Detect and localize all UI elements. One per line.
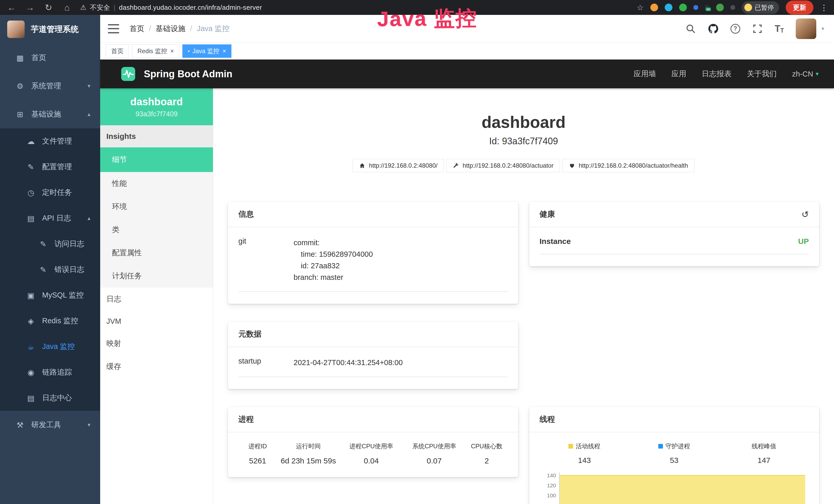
app-sidebar: 芋道管理系统 ▦ 首页 ⚙ 系统管理 ▾ ⊞ 基础设施 ▴ ☁ 文件管理: [0, 15, 100, 504]
tab-label: Java 监控: [192, 47, 219, 55]
card-info-title: 信息: [228, 202, 518, 227]
extension-icon-1[interactable]: [650, 4, 658, 11]
log-icon: ▤: [26, 214, 36, 223]
sba-nav-applications[interactable]: 应用: [672, 69, 686, 79]
sba-item-metrics[interactable]: 性能: [100, 172, 213, 195]
legend-value: 143: [540, 456, 630, 465]
tab-redis[interactable]: Redis 监控 ×: [132, 44, 179, 58]
extension-icon-5[interactable]: on: [705, 5, 709, 10]
eye-icon: ◉: [26, 368, 36, 377]
cloud-icon: ☁: [26, 137, 36, 146]
extension-icon-4[interactable]: [694, 5, 698, 10]
breadcrumb-home[interactable]: 首页: [129, 24, 144, 34]
fullscreen-icon[interactable]: [752, 23, 763, 34]
instance-health-link[interactable]: http://192.168.0.2:48080/actuator/health: [563, 159, 695, 172]
app-logo[interactable]: 芋道管理系统: [0, 15, 100, 44]
card-health-body: Instance UP: [529, 227, 819, 266]
status-badge: UP: [798, 237, 809, 246]
forward-button[interactable]: →: [25, 3, 36, 13]
ytick: 120: [547, 482, 556, 488]
close-icon[interactable]: ×: [222, 47, 226, 55]
ytick: 100: [547, 492, 556, 499]
sba-item-mappings[interactable]: 映射: [100, 332, 213, 355]
sba-instance-header[interactable]: dashboard 93a3fc7f7409: [100, 88, 213, 125]
sidebar-item-java[interactable]: ☕ Java 监控: [0, 334, 100, 360]
chevron-down-icon: ▾: [816, 71, 818, 77]
search-icon[interactable]: [685, 23, 696, 34]
extension-icon-2[interactable]: [665, 4, 673, 11]
hamburger-icon[interactable]: [108, 24, 119, 33]
sidebar-item-access-log[interactable]: ✎ 访问日志: [0, 231, 100, 257]
card-info: 信息 git commit: time: 1596289704000 id: 2…: [228, 202, 518, 304]
close-icon[interactable]: ×: [170, 47, 174, 55]
browser-menu-icon[interactable]: ⋮: [820, 3, 828, 12]
sba-item-configprops[interactable]: 配置属性: [100, 241, 213, 265]
user-avatar[interactable]: [796, 19, 816, 39]
sidebar-item-file[interactable]: ☁ 文件管理: [0, 129, 100, 154]
extension-icon-6[interactable]: [716, 4, 724, 11]
sidebar-item-home[interactable]: ▦ 首页: [0, 44, 100, 72]
sidebar-item-label: 文件管理: [42, 136, 72, 146]
extension-icon-3[interactable]: [679, 4, 687, 11]
sba-nav-about[interactable]: 关于我们: [747, 69, 777, 79]
home-icon: [359, 162, 365, 169]
sidebar-item-error-log[interactable]: ✎ 错误日志: [0, 257, 100, 282]
chevron-up-icon: ▴: [88, 215, 90, 222]
card-threads: 线程 活动线程 守护进程: [529, 407, 819, 504]
sidebar-item-api-log[interactable]: ▤ API 日志 ▴: [0, 205, 100, 231]
instance-base-link[interactable]: http://192.168.0.2:48080/: [353, 159, 444, 172]
sidebar-item-log-center[interactable]: ▤ 日志中心: [0, 385, 100, 411]
help-icon[interactable]: ?: [730, 24, 740, 33]
avatar-caret-icon[interactable]: ▾: [821, 25, 824, 32]
back-button[interactable]: ←: [6, 3, 17, 13]
sidebar-item-label: 定时任务: [42, 187, 72, 198]
tab-java[interactable]: ● Java 监控 ×: [182, 44, 232, 58]
sba-nav-wallboard[interactable]: 应用墙: [634, 69, 656, 79]
annotation-text: Java 监控: [377, 4, 477, 33]
tab-home[interactable]: 首页: [106, 44, 129, 58]
health-instance-label: Instance: [540, 237, 571, 246]
sidebar-item-config[interactable]: ✎ 配置管理: [0, 154, 100, 180]
update-button[interactable]: 更新: [786, 1, 813, 15]
reload-button[interactable]: ↻: [43, 2, 54, 13]
sidebar-item-redis[interactable]: ◈ Redis 监控: [0, 308, 100, 334]
sba-item-details[interactable]: 细节: [100, 147, 213, 172]
process-col-header: 进程CPU使用率: [340, 442, 403, 450]
sba-item-logfile[interactable]: 日志: [100, 288, 213, 311]
health-instance-row[interactable]: Instance UP: [540, 237, 809, 254]
sba-item-caches[interactable]: 缓存: [100, 355, 213, 378]
sba-nav-journal[interactable]: 日志报表: [702, 69, 731, 79]
browser-home-button[interactable]: ⌂: [62, 3, 72, 13]
tools-icon: ⚒: [16, 420, 25, 430]
process-col-value: 5261: [238, 457, 277, 465]
clock-icon: ◷: [26, 188, 36, 197]
breadcrumb-infra[interactable]: 基础设施: [156, 24, 185, 34]
sba-item-env[interactable]: 环境: [100, 195, 213, 218]
extension-icon-7[interactable]: [730, 5, 735, 10]
sidebar-item-label: 基础设施: [31, 109, 61, 119]
url-text[interactable]: dashboard.yudao.iocoder.cn/infra/admin-s…: [119, 4, 262, 12]
heart-icon: [569, 162, 575, 169]
font-size-icon[interactable]: TT: [775, 23, 784, 34]
github-icon[interactable]: [708, 23, 719, 34]
locale-select[interactable]: zh-CN ▾: [792, 70, 818, 78]
instance-actuator-link[interactable]: http://192.168.0.2:48080/actuator: [446, 159, 560, 172]
bookmark-star-icon[interactable]: ☆: [637, 3, 644, 12]
sba-item-scheduledtasks[interactable]: 计划任务: [100, 265, 213, 288]
sba-item-classes[interactable]: 类: [100, 218, 213, 241]
sidebar-item-mysql[interactable]: ▣ MySQL 监控: [0, 282, 100, 308]
ytick: 140: [547, 473, 556, 479]
sidebar-item-system[interactable]: ⚙ 系统管理 ▾: [0, 72, 100, 100]
sba-content: dashboard Id: 93a3fc7f7409 http://192.16…: [213, 88, 834, 504]
paused-badge[interactable]: 已暂停: [742, 1, 779, 14]
sidebar-item-infra[interactable]: ⊞ 基础设施 ▴: [0, 100, 100, 129]
sidebar-item-dev-tools[interactable]: ⚒ 研发工具 ▾: [0, 411, 100, 439]
history-icon[interactable]: ↺: [802, 209, 809, 220]
sidebar-item-trace[interactable]: ◉ 链路追踪: [0, 360, 100, 385]
address-bar[interactable]: ⚠ 不安全 | dashboard.yudao.iocoder.cn/infra…: [80, 3, 262, 12]
sidebar-item-job[interactable]: ◷ 定时任务: [0, 180, 100, 205]
sba-item-jvm[interactable]: JVM: [100, 311, 213, 332]
sba-brand[interactable]: Spring Boot Admin: [144, 69, 233, 79]
card-threads-body: 活动线程 守护进程 线程峰值 143: [529, 432, 819, 504]
document-icon: ✎: [39, 239, 48, 249]
